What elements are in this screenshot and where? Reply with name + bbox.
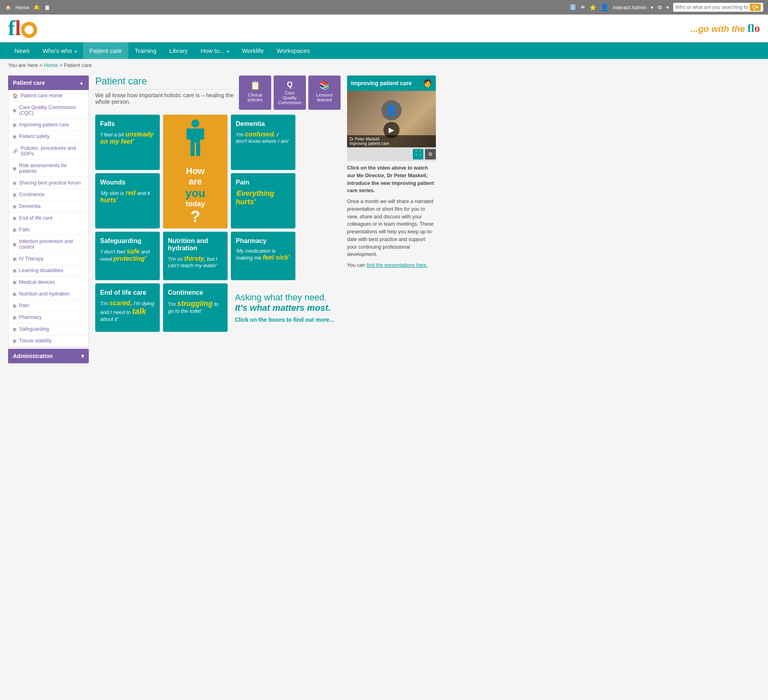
- sidebar-item-tissue[interactable]: ▣Tissue viability: [8, 335, 88, 347]
- badge-icon[interactable]: 📋: [44, 4, 50, 10]
- nav-link-how-to[interactable]: How to... ▾: [194, 42, 235, 59]
- video-description: Click on the video above to watch our Me…: [347, 164, 436, 269]
- doc-icon-11: ▣: [13, 256, 17, 262]
- header: f l ...go with the flo: [0, 15, 768, 42]
- pain-highlight: Everythinghurts': [236, 189, 274, 206]
- card-continence[interactable]: Continence 'I'm struggling to go to the …: [163, 283, 228, 332]
- search-box[interactable]: Q▾: [673, 3, 763, 12]
- sidebar-item-iv[interactable]: ▣IV Therapy: [8, 253, 88, 265]
- lessons-label: Lessonslearned: [312, 92, 337, 102]
- sidebar-item-infection[interactable]: ▣Infection prevention and control: [8, 236, 88, 253]
- search-input[interactable]: [676, 4, 748, 10]
- eye-icon[interactable]: 👁: [580, 4, 586, 10]
- card-wounds[interactable]: Wounds 'My skin is red and it hurts': [95, 173, 160, 228]
- card-pharmacy[interactable]: Pharmacy 'My medication is making me fee…: [231, 232, 295, 280]
- sidebar-collapse-icon[interactable]: ▲: [79, 80, 84, 86]
- lessons-icon: 📚: [312, 80, 337, 91]
- card-nutrition-title: Nutrition and hydration: [168, 237, 223, 252]
- nav-link-news[interactable]: News: [8, 42, 36, 59]
- sidebar-item-learning[interactable]: ▣Learning disabilities: [8, 265, 88, 277]
- doc-icon-4: ▣: [13, 166, 17, 171]
- nav-link-patient-care[interactable]: Patient care: [83, 42, 128, 59]
- nav-link-library[interactable]: Library: [163, 42, 194, 59]
- sidebar-item-pharmacy[interactable]: ▣Pharmacy: [8, 312, 88, 323]
- doc-icon-16: ▣: [13, 315, 17, 320]
- nav-link-training[interactable]: Training: [128, 42, 163, 59]
- sidebar-item-policies[interactable]: 🔗Policies, procedures and SOPs: [8, 143, 88, 160]
- video-play-button[interactable]: ▶: [383, 122, 400, 138]
- svg-rect-3: [199, 128, 204, 140]
- card-safeguarding[interactable]: Safeguarding 'I don't feel safe and need…: [95, 232, 160, 280]
- chevron-down-icon: ▾: [75, 49, 77, 54]
- card-eol[interactable]: End of life care 'I'm scared, I'm dying …: [95, 283, 160, 332]
- card-falls[interactable]: Falls 'I feel a bit unsteadyon my feet': [95, 115, 160, 170]
- eol-highlight2: talk: [132, 307, 146, 316]
- nav-link-whos-who[interactable]: Who's who ▾: [36, 42, 83, 59]
- home-icon[interactable]: 🏠: [5, 4, 11, 10]
- video-link-pre: You can: [347, 262, 366, 268]
- sidebar-item-safeguarding[interactable]: ▣Safeguarding: [8, 323, 88, 335]
- info-icon[interactable]: ℹ️: [569, 4, 576, 10]
- sidebar-item-sharing[interactable]: ▣Sharing best practice forum: [8, 177, 88, 189]
- card-continence-quote: 'I'm struggling to go to the toilet': [168, 300, 223, 314]
- sidebar-item-dementia[interactable]: ▣Dementia: [8, 201, 88, 212]
- topbar-right: ℹ️ 👁 ⭐ 👤 Interact Admin ▾ ⚙ ▾ Q▾: [569, 3, 763, 12]
- user-dropdown-icon[interactable]: ▾: [651, 4, 653, 10]
- sidebar-item-improving[interactable]: ▣Improving patient care: [8, 119, 88, 131]
- logo[interactable]: f l: [8, 18, 37, 39]
- notification-icon[interactable]: 🔔: [33, 4, 40, 10]
- sidebar-menu: 🏠Patient care Home ▣Care Quality Commiss…: [8, 90, 89, 347]
- clinical-policies-label: Clinicalpolicies: [243, 92, 267, 102]
- card-pain[interactable]: Pain 'Everythinghurts': [231, 173, 295, 228]
- expand-icon[interactable]: ⛶: [413, 149, 423, 159]
- video-caption-desc: improving patient care: [349, 141, 433, 146]
- sidebar-item-eol[interactable]: ▣End of life care: [8, 212, 88, 224]
- purple-icons: 📋 Clinicalpolicies Q Care QualityCommiss…: [239, 75, 341, 110]
- sidebar-item-nutrition[interactable]: ▣Nutrition and hydration: [8, 288, 88, 300]
- nav-link-worklife[interactable]: Worklife: [235, 42, 270, 59]
- video-section: Improving patient care 🧑 👤 ▶ Dr Peter Ma…: [347, 75, 436, 269]
- sidebar-item-risk[interactable]: ▣Risk assessments for patients: [8, 160, 88, 177]
- nav-item-training: Training: [128, 42, 163, 59]
- star-icon[interactable]: ⭐: [590, 4, 596, 10]
- cqc-btn[interactable]: Q Care QualityCommisson: [274, 75, 306, 110]
- nav-item-library: Library: [163, 42, 194, 59]
- card-wounds-title: Wounds: [100, 179, 155, 186]
- nav-item-workspaces: Workspaces: [270, 42, 316, 59]
- video-link[interactable]: find the presentations here.: [366, 262, 428, 268]
- sidebar-item-medical[interactable]: ▣Medical devices: [8, 277, 88, 288]
- card-nutrition[interactable]: Nutrition and hydration 'I'm so thirsty,…: [163, 232, 228, 280]
- settings-dropdown-icon[interactable]: ▾: [666, 4, 669, 10]
- nav-link-workspaces[interactable]: Workspaces: [270, 42, 316, 59]
- card-falls-quote: 'I feel a bit unsteadyon my feet': [100, 131, 155, 145]
- card-pain-title: Pain: [236, 179, 291, 186]
- sidebar-item-cqc[interactable]: ▣Care Quality Commission (CQC): [8, 102, 88, 119]
- home-label[interactable]: Home: [15, 4, 29, 10]
- doc-icon-9: ▣: [13, 227, 17, 233]
- nav-item-worklife: Worklife: [235, 42, 270, 59]
- breadcrumb-separator: >: [59, 62, 64, 68]
- sidebar-administration[interactable]: Administration ▾: [8, 349, 89, 363]
- sidebar-item-falls[interactable]: ▣Falls: [8, 224, 88, 236]
- nav-item-whos-who: Who's who ▾: [36, 42, 83, 59]
- card-dementia[interactable]: Dementia 'I'm confused. I don't know whe…: [231, 115, 295, 170]
- lessons-btn[interactable]: 📚 Lessonslearned: [308, 75, 341, 110]
- cqc-icon: Q: [278, 80, 302, 89]
- doc-icon-15: ▣: [13, 303, 17, 308]
- video-settings-button[interactable]: ⚙: [425, 149, 436, 159]
- sidebar-header[interactable]: Patient care ▲: [8, 75, 89, 90]
- doc-icon-14: ▣: [13, 291, 17, 297]
- search-button[interactable]: Q▾: [750, 4, 761, 11]
- sidebar-item-patient-care-home[interactable]: 🏠Patient care Home: [8, 90, 88, 102]
- clinical-policies-btn[interactable]: 📋 Clinicalpolicies: [239, 75, 271, 110]
- sidebar-item-pain[interactable]: ▣Pain: [8, 300, 88, 312]
- sidebar-item-safety[interactable]: ▣Patient safety: [8, 131, 88, 143]
- admin-dropdown-icon[interactable]: ▾: [81, 353, 84, 359]
- title-row: Patient care We all know how important h…: [95, 75, 341, 111]
- breadcrumb-home[interactable]: Home: [44, 62, 58, 68]
- doc-icon-2: ▣: [13, 122, 17, 128]
- doc-icon-8: ▣: [13, 216, 17, 221]
- sidebar-item-continence[interactable]: ▣Continence: [8, 189, 88, 201]
- settings-icon[interactable]: ⚙: [657, 4, 662, 10]
- video-thumbnail[interactable]: 👤 ▶ Dr Peter Maskell improving patient c…: [347, 91, 436, 147]
